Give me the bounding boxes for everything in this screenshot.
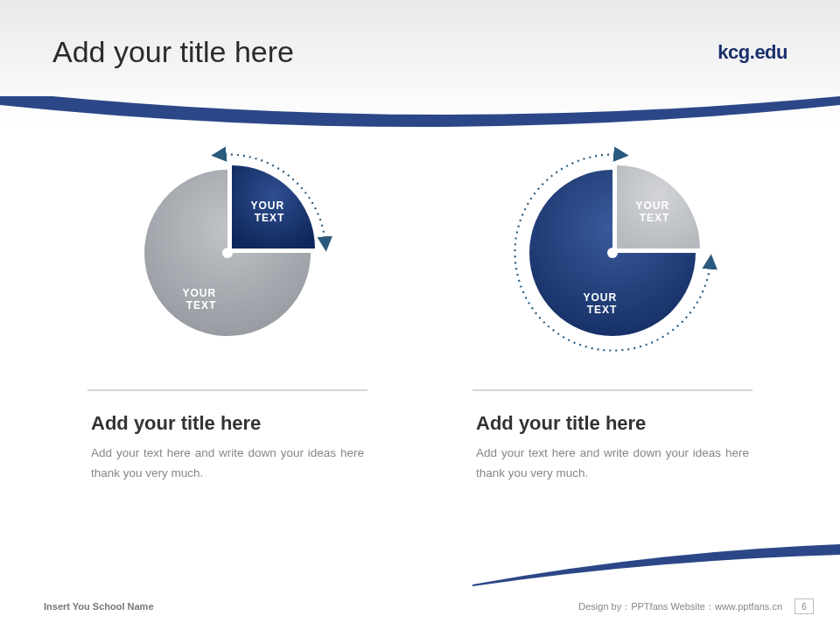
chart-block-2: YOUR TEXT YOUR TEXT Add your title here … xyxy=(472,139,752,484)
charts-row: YOUR TEXT YOUR TEXT Add your title here … xyxy=(0,139,840,484)
chart-subtitle-1: Add your text here and write down your i… xyxy=(88,444,368,484)
slice-label-accent-1: YOUR TEXT xyxy=(250,200,288,224)
chart-title-1: Add your title here xyxy=(88,412,261,435)
slice-label-grey-2: YOUR TEXT xyxy=(635,200,673,224)
pie-chart-2: YOUR TEXT YOUR TEXT xyxy=(499,139,726,367)
swoosh-bottom-decoration xyxy=(472,542,840,586)
svg-point-1 xyxy=(607,248,618,258)
slice-label-grey-1: YOUR TEXT xyxy=(182,287,220,312)
page-number: 6 xyxy=(794,598,814,614)
title-row: Add your title here kcg.edu xyxy=(0,0,840,69)
divider-1 xyxy=(88,389,368,391)
footer: Insert You School Name Design by：PPTfans… xyxy=(0,598,840,614)
slide: Add your title here kcg.edu xyxy=(0,0,840,630)
footer-right: Design by：PPTfans Website：www.pptfans.cn… xyxy=(578,598,814,614)
chart-title-2: Add your title here xyxy=(472,412,646,435)
brand-logo: kcg.edu xyxy=(718,41,788,64)
footer-school: Insert You School Name xyxy=(44,601,154,612)
page-title: Add your title here xyxy=(52,35,294,69)
svg-point-0 xyxy=(222,248,233,258)
divider-2 xyxy=(472,389,752,391)
chart-subtitle-2: Add your text here and write down your i… xyxy=(472,444,752,484)
pie-chart-1: YOUR TEXT YOUR TEXT xyxy=(114,139,341,367)
chart-block-1: YOUR TEXT YOUR TEXT Add your title here … xyxy=(88,139,368,484)
slice-label-accent-2: YOUR TEXT xyxy=(583,291,620,316)
footer-credit: Design by：PPTfans Website：www.pptfans.cn xyxy=(578,600,782,613)
